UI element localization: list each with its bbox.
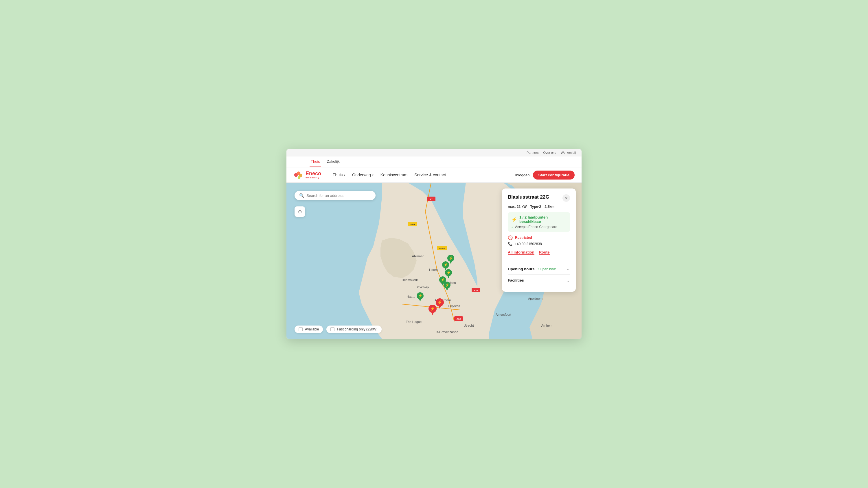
- svg-line-13: [402, 304, 460, 310]
- svg-line-11: [437, 269, 448, 298]
- svg-rect-16: [408, 222, 417, 226]
- svg-line-10: [431, 240, 437, 269]
- filter-bar: Available Fast charging only (22kW): [294, 326, 382, 333]
- svg-marker-41: [450, 260, 452, 264]
- filter-available-label: Available: [305, 327, 319, 331]
- route-link[interactable]: Route: [539, 250, 550, 255]
- nav-thuis-chevron: ▾: [344, 173, 345, 176]
- logo[interactable]: Eneco eMobility: [293, 170, 321, 180]
- svg-point-54: [416, 292, 424, 299]
- svg-text:A12: A12: [457, 318, 461, 320]
- info-meta: max. 22 kW Type-2 2,3km: [508, 205, 570, 209]
- info-panel-close[interactable]: ✕: [562, 194, 570, 202]
- svg-line-8: [425, 183, 431, 212]
- info-phone: 📞 +49 30 21502838: [508, 242, 570, 246]
- svg-text:⚡: ⚡: [443, 262, 448, 267]
- svg-line-12: [448, 298, 454, 322]
- check-icon: ✓: [511, 225, 514, 229]
- tab-zakelijk[interactable]: Zakelijk: [326, 156, 341, 167]
- svg-rect-14: [427, 197, 435, 201]
- topbar-over-ons[interactable]: Over ons: [544, 151, 556, 154]
- location-button[interactable]: ⊕: [294, 206, 305, 217]
- top-bar: Partners Over ons Werken bij: [286, 149, 582, 156]
- filter-available[interactable]: Available: [294, 326, 323, 333]
- nav-service[interactable]: Service & contact: [414, 172, 446, 177]
- info-distance-label: 2,3km: [545, 205, 554, 209]
- phone-icon: 📞: [508, 242, 513, 246]
- svg-marker-4: [359, 183, 489, 339]
- filter-available-checkbox[interactable]: [299, 327, 303, 331]
- filter-fast-charging-label: Fast charging only (22kW): [337, 327, 377, 331]
- svg-marker-62: [438, 305, 441, 309]
- svg-text:A7: A7: [430, 198, 433, 201]
- topbar-werken-bij[interactable]: Werken bij: [561, 151, 576, 154]
- start-config-button[interactable]: Start configuratie: [533, 170, 575, 180]
- login-button[interactable]: Inloggen: [515, 173, 529, 177]
- chargecard-text: Accepts Eneco Chargecard: [515, 225, 557, 229]
- bolt-icon: ⚡: [511, 217, 517, 222]
- svg-text:Amsterdam: Amsterdam: [435, 298, 451, 302]
- svg-text:A27: A27: [474, 289, 478, 292]
- svg-marker-59: [431, 311, 434, 315]
- svg-text:'s-Gravenzande: 's-Gravenzande: [436, 330, 458, 334]
- search-input[interactable]: [306, 193, 371, 198]
- svg-point-60: [436, 298, 444, 306]
- svg-text:Haa...: Haa...: [406, 295, 415, 298]
- svg-marker-56: [418, 298, 422, 301]
- svg-point-42: [442, 261, 449, 268]
- svg-point-48: [439, 276, 446, 283]
- availability-row: ⚡ 1 / 2 laadpunten beschikbaar: [511, 215, 566, 224]
- svg-text:⚡: ⚡: [441, 278, 445, 282]
- svg-text:⚡: ⚡: [445, 283, 450, 287]
- svg-text:Arnhem: Arnhem: [541, 324, 553, 327]
- svg-text:⚡: ⚡: [418, 293, 423, 298]
- svg-text:Apeldoorn: Apeldoorn: [528, 297, 542, 300]
- svg-point-39: [447, 255, 454, 262]
- svg-point-45: [445, 269, 452, 276]
- svg-text:Heemskerk: Heemskerk: [402, 278, 418, 282]
- restricted-label: Restricted: [515, 236, 532, 240]
- map-container[interactable]: A7 N99 N242 A27 A12 Alkmaar Hoorn Enkhui…: [286, 183, 582, 339]
- main-header: Eneco eMobility Thuis ▾ Onderweg ▾ Kenni…: [286, 167, 582, 183]
- svg-text:Enkhuizen: Enkhuizen: [441, 281, 456, 285]
- search-bar: 🔍: [294, 191, 376, 200]
- svg-point-3: [298, 176, 300, 179]
- svg-marker-44: [444, 267, 447, 270]
- svg-point-57: [429, 305, 437, 313]
- svg-point-51: [443, 282, 451, 289]
- svg-text:Amersfoort: Amersfoort: [496, 313, 511, 316]
- all-info-link[interactable]: All information: [508, 250, 534, 255]
- nav-onderweg-chevron: ▾: [372, 173, 374, 176]
- svg-marker-50: [441, 282, 444, 286]
- info-panel-title: Blasiusstraat 22G: [508, 194, 550, 200]
- search-icon: 🔍: [299, 193, 304, 198]
- svg-text:⚡: ⚡: [449, 256, 453, 260]
- nav-kenniscentrum[interactable]: Kenniscentrum: [380, 172, 407, 177]
- opening-hours-section[interactable]: Opening hours • Open now ⌄: [508, 263, 570, 274]
- info-actions: All information Route: [508, 250, 570, 259]
- filter-fast-charging[interactable]: Fast charging only (22kW): [327, 326, 381, 333]
- svg-text:Hoorn: Hoorn: [429, 268, 438, 271]
- svg-text:Lelystad: Lelystad: [448, 304, 460, 307]
- nav-onderweg[interactable]: Onderweg ▾: [352, 172, 374, 177]
- nav-thuis[interactable]: Thuis ▾: [333, 172, 345, 177]
- chargecard-row: ✓ Accepts Eneco Chargecard: [511, 225, 566, 229]
- facilities-chevron: ⌄: [566, 278, 570, 283]
- svg-text:⚡: ⚡: [430, 306, 435, 311]
- svg-marker-47: [447, 275, 450, 279]
- opening-hours-status: • Open now: [537, 267, 556, 271]
- svg-text:⚡: ⚡: [437, 300, 442, 305]
- svg-text:N242: N242: [439, 247, 445, 250]
- svg-text:⚡: ⚡: [446, 270, 451, 274]
- opening-hours-title: Opening hours: [508, 267, 534, 271]
- filter-fast-charging-checkbox[interactable]: [331, 327, 335, 331]
- tab-thuis[interactable]: Thuis: [310, 156, 321, 167]
- svg-text:N99: N99: [410, 223, 415, 226]
- main-nav: Thuis ▾ Onderweg ▾ Kenniscentrum Service…: [333, 172, 506, 177]
- logo-name: Eneco: [306, 171, 321, 176]
- logo-sub: eMobility: [306, 176, 321, 179]
- facilities-section[interactable]: Facilities ⌄: [508, 274, 570, 286]
- restrict-icon: 🚫: [508, 235, 513, 240]
- topbar-partners[interactable]: Partners: [527, 151, 539, 154]
- nav-tabs: Thuis Zakelijk: [286, 156, 582, 167]
